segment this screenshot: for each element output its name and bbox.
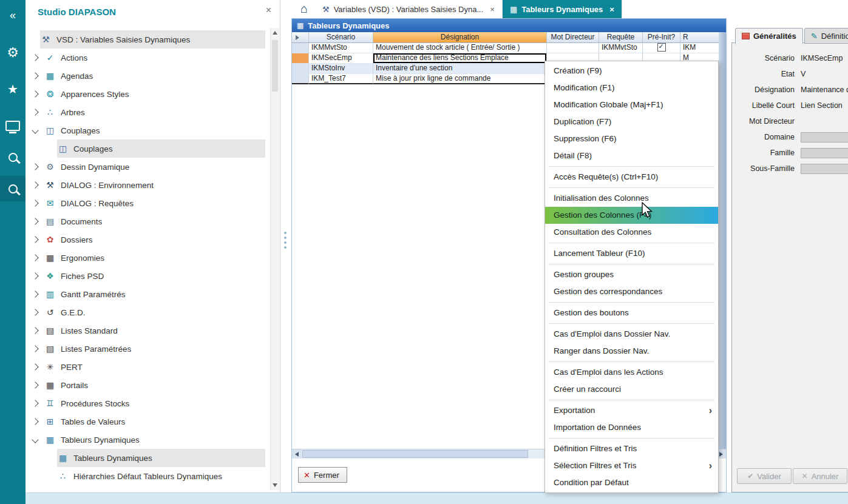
designation-cell[interactable]: Inventaire d'une section <box>373 64 547 74</box>
menu-item-gestion-des-colonnes-f4[interactable]: Gestion des Colonnes (F4) <box>545 207 718 224</box>
scrollbar-thumb[interactable] <box>302 450 528 458</box>
sidebar-item-couplages[interactable]: ◫Couplages <box>33 121 265 139</box>
menu-item-cr-er-un-raccourci[interactable]: Créer un raccourci <box>545 381 718 398</box>
scroll-up-icon[interactable] <box>273 31 277 35</box>
scenario-cell[interactable]: IKMSecEmp <box>309 53 373 64</box>
search-button[interactable] <box>0 144 25 170</box>
menu-item-modification-globale-maj-f1[interactable]: Modification Globale (Maj+F1) <box>545 96 718 113</box>
menu-item-cr-ation-f9[interactable]: Création (F9) <box>545 62 718 79</box>
sidebar-item-portails[interactable]: ▦Portails <box>33 376 265 394</box>
home-icon[interactable]: ⌂ <box>300 2 308 16</box>
row-selector-cell[interactable] <box>292 74 309 84</box>
chevron-right-icon[interactable] <box>32 181 38 188</box>
requete-cell[interactable]: IKMMvtSto <box>599 43 643 53</box>
tab-tableurs-dynamiques[interactable]: ▦ Tableurs Dynamiques × <box>503 0 622 18</box>
chevron-right-icon[interactable] <box>32 254 38 261</box>
column-header-Pré-Init?[interactable]: Pré-Init? <box>643 32 680 43</box>
chevron-right-icon[interactable] <box>32 163 38 170</box>
menu-item-gestion-des-boutons[interactable]: Gestion des boutons <box>545 304 718 321</box>
chevron-right-icon[interactable] <box>32 345 38 352</box>
chevron-right-icon[interactable] <box>32 381 38 388</box>
tab-definition[interactable]: ✎ Définition <box>804 28 848 44</box>
menu-item-cas-d-emploi-dans-les-actions[interactable]: Cas d'Emploi dans les Actions <box>545 364 718 381</box>
menu-item-consultation-des-colonnes[interactable]: Consultation des Colonnes <box>545 224 718 241</box>
menu-item-modification-f1[interactable]: Modification (F1) <box>545 79 718 96</box>
row-selector-cell[interactable] <box>292 43 309 53</box>
scenario-cell[interactable]: IKMStoInv <box>309 64 373 74</box>
chevron-right-icon[interactable] <box>32 72 38 79</box>
sidebar-item-g-e-d[interactable]: ↺G.E.D. <box>33 303 265 321</box>
column-header-Requête[interactable]: Requête <box>599 32 643 43</box>
designation-cell[interactable]: Mise à jour prix ligne de commande <box>373 74 547 84</box>
sidebar-item-tableurs-dynamiques[interactable]: ▦Tableurs Dynamiques <box>33 431 265 449</box>
menu-item-s-lection-filtres-et-tris[interactable]: Sélection Filtres et Tris› <box>545 457 718 474</box>
field-value[interactable]: IKMSecEmp <box>801 54 848 62</box>
designation-cell[interactable]: Mouvement de stock article ( Entrée/ Sor… <box>373 43 547 53</box>
menu-item-exportation[interactable]: Exportation› <box>545 402 718 419</box>
sidebar-item-arbres[interactable]: ∴Arbres <box>33 103 265 121</box>
requete-init-cell[interactable]: IKM <box>680 43 720 53</box>
chevron-right-icon[interactable] <box>32 236 38 243</box>
advanced-search-button[interactable] <box>0 176 25 201</box>
scenario-cell[interactable]: IKMMvtSto <box>309 43 373 53</box>
chevron-right-icon[interactable] <box>32 309 38 315</box>
sidebar-item-vsd-variables-saisies-dynamiques[interactable]: ⚒VSD : Variables Saisies Dynamiques <box>40 30 265 49</box>
fermer-button[interactable]: ✕ Fermer <box>298 467 347 483</box>
chevron-right-icon[interactable] <box>32 327 38 334</box>
column-header-R[interactable]: R <box>680 32 720 43</box>
column-header-Scénario[interactable]: Scénario <box>309 32 373 43</box>
scrollbar-thumb[interactable] <box>272 40 278 92</box>
sidebar-item-listes-param-tr-es[interactable]: ▤Listes Paramétrées <box>33 340 265 358</box>
column-header-Désignation[interactable]: Désignation <box>373 32 547 43</box>
sidebar-item-tables-de-valeurs[interactable]: ⊞Tables de Valeurs <box>33 412 265 431</box>
sidebar-item-couplages[interactable]: ◫Couplages <box>57 139 265 158</box>
chevron-right-icon[interactable] <box>32 109 38 115</box>
desktop-button[interactable] <box>0 113 25 138</box>
sidebar-item-dialog-environnement[interactable]: ⚒DIALOG : Environnement <box>33 176 265 194</box>
column-header-Mot Directeur[interactable]: Mot Directeur <box>547 32 599 43</box>
annuler-button[interactable]: ✕ Annuler <box>793 468 847 484</box>
chevron-right-icon[interactable] <box>32 218 38 224</box>
sidebar-item-fiches-psd[interactable]: ❖Fiches PSD <box>33 267 265 285</box>
table-row[interactable]: IKMMvtStoMouvement de stock article ( En… <box>292 43 720 53</box>
settings-button[interactable]: ⚙ <box>0 40 25 66</box>
chevron-right-icon[interactable] <box>32 400 38 406</box>
scroll-down-icon[interactable] <box>273 483 277 487</box>
menu-item-initialisation-des-colonnes[interactable]: Initialisation des Colonnes <box>545 190 718 207</box>
favorites-button[interactable]: ★ <box>0 76 25 102</box>
sidebar-item-agendas[interactable]: ▦Agendas <box>33 67 265 85</box>
menu-item-acc-s-requ-te-s-ctrl-f10[interactable]: Accès Requête(s) (Ctrl+F10) <box>545 169 718 186</box>
chevron-right-icon[interactable] <box>32 291 38 297</box>
sidebar-close-icon[interactable]: × <box>266 5 271 16</box>
designation-cell[interactable]: Maintenance des liens Sections Emplace <box>373 53 547 64</box>
scenario-cell[interactable]: IKM_Test7 <box>309 74 373 84</box>
splitter-handle[interactable] <box>284 232 287 234</box>
pre-init-cell[interactable] <box>643 43 680 53</box>
scroll-left-icon[interactable] <box>292 449 302 459</box>
menu-item-d-finition-filtres-et-tris[interactable]: Définition Filtres et Tris <box>545 440 718 457</box>
grid-vertical-scrollbar[interactable] <box>719 32 726 449</box>
sidebar-item-dessin-dynamique[interactable]: ⚙Dessin Dynamique <box>33 158 265 176</box>
sidebar-item-gantt-param-tr-s[interactable]: ▥Gantt Paramétrés <box>33 285 265 303</box>
field-value[interactable]: V <box>801 70 848 78</box>
chevron-right-icon[interactable] <box>32 200 38 206</box>
menu-item-ranger-dans-dossier-nav[interactable]: Ranger dans Dossier Nav. <box>545 343 718 360</box>
menu-item-duplication-f7[interactable]: Duplication (F7) <box>545 113 718 130</box>
field-input-box[interactable] <box>801 164 848 174</box>
chevron-right-icon[interactable] <box>32 363 38 370</box>
chevron-right-icon[interactable] <box>32 272 38 279</box>
field-value[interactable]: Lien Section <box>801 101 848 110</box>
field-input-box[interactable] <box>801 132 848 143</box>
chevron-right-icon[interactable] <box>32 54 38 61</box>
close-icon[interactable]: × <box>609 5 614 14</box>
valider-button[interactable]: ✔ Valider <box>737 468 792 484</box>
chevron-right-icon[interactable] <box>32 418 38 425</box>
tab-generalites[interactable]: Généralités <box>735 28 803 44</box>
close-icon[interactable]: × <box>490 5 495 14</box>
row-selector-cell[interactable] <box>292 53 309 64</box>
row-selector-cell[interactable] <box>292 64 309 74</box>
menu-item-condition-par-d-faut[interactable]: Condition par Défaut <box>545 474 718 491</box>
menu-item-gestion-des-correspondances[interactable]: Gestion des correspondances <box>545 283 718 300</box>
sidebar-item-actions[interactable]: ✓Actions <box>33 49 265 67</box>
sidebar-item-dossiers[interactable]: ✿Dossiers <box>33 230 265 249</box>
